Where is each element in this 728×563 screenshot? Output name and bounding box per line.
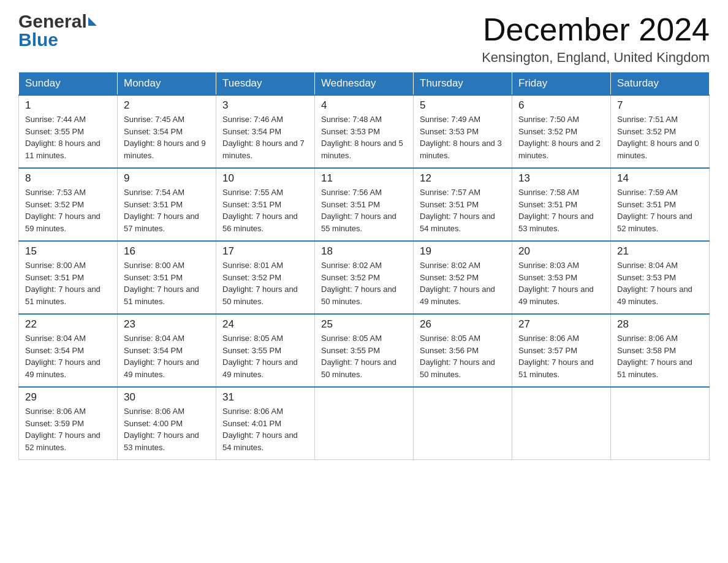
calendar-cell: 14 Sunrise: 7:59 AMSunset: 3:51 PMDaylig… — [611, 168, 710, 241]
calendar-cell: 5 Sunrise: 7:49 AMSunset: 3:53 PMDayligh… — [414, 95, 512, 168]
day-number: 13 — [518, 172, 604, 185]
logo-arrow-icon — [88, 17, 97, 26]
day-info: Sunrise: 7:51 AMSunset: 3:52 PMDaylight:… — [617, 115, 699, 160]
day-info: Sunrise: 8:01 AMSunset: 3:52 PMDaylight:… — [222, 261, 298, 306]
day-info: Sunrise: 8:05 AMSunset: 3:56 PMDaylight:… — [420, 334, 495, 379]
calendar-cell: 19 Sunrise: 8:02 AMSunset: 3:52 PMDaylig… — [414, 241, 512, 314]
day-info: Sunrise: 8:05 AMSunset: 3:55 PMDaylight:… — [321, 334, 396, 379]
calendar-cell: 30 Sunrise: 8:06 AMSunset: 4:00 PMDaylig… — [118, 387, 216, 460]
calendar-week-row: 8 Sunrise: 7:53 AMSunset: 3:52 PMDayligh… — [19, 168, 710, 241]
calendar-cell: 31 Sunrise: 8:06 AMSunset: 4:01 PMDaylig… — [216, 387, 315, 460]
weekday-header-tuesday: Tuesday — [216, 72, 315, 96]
weekday-header-row: SundayMondayTuesdayWednesdayThursdayFrid… — [19, 72, 710, 96]
logo: General Blue — [18, 12, 97, 49]
day-info: Sunrise: 8:02 AMSunset: 3:52 PMDaylight:… — [321, 261, 396, 306]
day-info: Sunrise: 8:03 AMSunset: 3:53 PMDaylight:… — [518, 261, 594, 306]
day-info: Sunrise: 8:02 AMSunset: 3:52 PMDaylight:… — [420, 261, 495, 306]
calendar-cell: 12 Sunrise: 7:57 AMSunset: 3:51 PMDaylig… — [414, 168, 512, 241]
day-info: Sunrise: 7:45 AMSunset: 3:54 PMDaylight:… — [124, 115, 206, 160]
day-info: Sunrise: 7:48 AMSunset: 3:53 PMDaylight:… — [321, 115, 403, 160]
calendar-cell: 20 Sunrise: 8:03 AMSunset: 3:53 PMDaylig… — [512, 241, 611, 314]
calendar-cell: 23 Sunrise: 8:04 AMSunset: 3:54 PMDaylig… — [118, 314, 216, 387]
day-info: Sunrise: 8:04 AMSunset: 3:53 PMDaylight:… — [617, 261, 692, 306]
day-info: Sunrise: 7:58 AMSunset: 3:51 PMDaylight:… — [518, 188, 594, 233]
calendar-week-row: 22 Sunrise: 8:04 AMSunset: 3:54 PMDaylig… — [19, 314, 710, 387]
day-info: Sunrise: 8:06 AMSunset: 3:59 PMDaylight:… — [25, 407, 100, 452]
day-number: 27 — [518, 318, 604, 331]
page-header: General Blue December 2024 Kensington, E… — [18, 12, 710, 66]
calendar-cell — [512, 387, 611, 460]
title-block: December 2024 Kensington, England, Unite… — [482, 12, 710, 66]
day-number: 26 — [420, 318, 506, 331]
day-number: 2 — [124, 99, 210, 112]
day-number: 10 — [222, 172, 308, 185]
weekday-header-friday: Friday — [512, 72, 611, 96]
day-info: Sunrise: 8:06 AMSunset: 3:57 PMDaylight:… — [518, 334, 594, 379]
calendar-cell: 28 Sunrise: 8:06 AMSunset: 3:58 PMDaylig… — [611, 314, 710, 387]
calendar-cell: 25 Sunrise: 8:05 AMSunset: 3:55 PMDaylig… — [315, 314, 414, 387]
day-number: 30 — [124, 391, 210, 404]
day-number: 25 — [321, 318, 407, 331]
weekday-header-monday: Monday — [118, 72, 216, 96]
day-info: Sunrise: 8:06 AMSunset: 4:01 PMDaylight:… — [222, 407, 298, 452]
day-number: 6 — [518, 99, 604, 112]
day-number: 12 — [420, 172, 506, 185]
day-number: 9 — [124, 172, 210, 185]
day-number: 31 — [222, 391, 308, 404]
day-number: 21 — [617, 245, 703, 258]
calendar-cell — [414, 387, 512, 460]
calendar-cell — [611, 387, 710, 460]
day-info: Sunrise: 8:06 AMSunset: 3:58 PMDaylight:… — [617, 334, 692, 379]
calendar-cell: 9 Sunrise: 7:54 AMSunset: 3:51 PMDayligh… — [118, 168, 216, 241]
calendar-week-row: 1 Sunrise: 7:44 AMSunset: 3:55 PMDayligh… — [19, 95, 710, 168]
day-number: 22 — [25, 318, 111, 331]
calendar-cell: 16 Sunrise: 8:00 AMSunset: 3:51 PMDaylig… — [118, 241, 216, 314]
day-number: 4 — [321, 99, 407, 112]
calendar-cell: 29 Sunrise: 8:06 AMSunset: 3:59 PMDaylig… — [19, 387, 118, 460]
day-info: Sunrise: 7:56 AMSunset: 3:51 PMDaylight:… — [321, 188, 396, 233]
day-info: Sunrise: 8:00 AMSunset: 3:51 PMDaylight:… — [124, 261, 199, 306]
day-info: Sunrise: 7:50 AMSunset: 3:52 PMDaylight:… — [518, 115, 601, 160]
day-info: Sunrise: 7:59 AMSunset: 3:51 PMDaylight:… — [617, 188, 692, 233]
calendar-cell: 21 Sunrise: 8:04 AMSunset: 3:53 PMDaylig… — [611, 241, 710, 314]
day-number: 5 — [420, 99, 506, 112]
calendar-week-row: 29 Sunrise: 8:06 AMSunset: 3:59 PMDaylig… — [19, 387, 710, 460]
calendar-cell: 6 Sunrise: 7:50 AMSunset: 3:52 PMDayligh… — [512, 95, 611, 168]
day-info: Sunrise: 7:53 AMSunset: 3:52 PMDaylight:… — [25, 188, 100, 233]
day-number: 18 — [321, 245, 407, 258]
day-info: Sunrise: 7:46 AMSunset: 3:54 PMDaylight:… — [222, 115, 305, 160]
calendar-cell: 3 Sunrise: 7:46 AMSunset: 3:54 PMDayligh… — [216, 95, 315, 168]
calendar-cell — [315, 387, 414, 460]
day-info: Sunrise: 8:04 AMSunset: 3:54 PMDaylight:… — [124, 334, 199, 379]
calendar-cell: 26 Sunrise: 8:05 AMSunset: 3:56 PMDaylig… — [414, 314, 512, 387]
month-title: December 2024 — [482, 12, 710, 47]
weekday-header-saturday: Saturday — [611, 72, 710, 96]
calendar-cell: 8 Sunrise: 7:53 AMSunset: 3:52 PMDayligh… — [19, 168, 118, 241]
calendar-cell: 13 Sunrise: 7:58 AMSunset: 3:51 PMDaylig… — [512, 168, 611, 241]
day-number: 8 — [25, 172, 111, 185]
day-number: 24 — [222, 318, 308, 331]
day-info: Sunrise: 7:49 AMSunset: 3:53 PMDaylight:… — [420, 115, 502, 160]
logo-general-word: General — [18, 12, 87, 31]
day-info: Sunrise: 8:00 AMSunset: 3:51 PMDaylight:… — [25, 261, 100, 306]
calendar-cell: 24 Sunrise: 8:05 AMSunset: 3:55 PMDaylig… — [216, 314, 315, 387]
day-number: 14 — [617, 172, 703, 185]
calendar-cell: 11 Sunrise: 7:56 AMSunset: 3:51 PMDaylig… — [315, 168, 414, 241]
day-number: 20 — [518, 245, 604, 258]
day-number: 28 — [617, 318, 703, 331]
calendar-cell: 17 Sunrise: 8:01 AMSunset: 3:52 PMDaylig… — [216, 241, 315, 314]
weekday-header-sunday: Sunday — [19, 72, 118, 96]
day-info: Sunrise: 8:05 AMSunset: 3:55 PMDaylight:… — [222, 334, 298, 379]
day-info: Sunrise: 8:06 AMSunset: 4:00 PMDaylight:… — [124, 407, 199, 452]
calendar-cell: 4 Sunrise: 7:48 AMSunset: 3:53 PMDayligh… — [315, 95, 414, 168]
calendar-cell: 15 Sunrise: 8:00 AMSunset: 3:51 PMDaylig… — [19, 241, 118, 314]
day-number: 29 — [25, 391, 111, 404]
day-number: 1 — [25, 99, 111, 112]
calendar-week-row: 15 Sunrise: 8:00 AMSunset: 3:51 PMDaylig… — [19, 241, 710, 314]
day-number: 16 — [124, 245, 210, 258]
day-number: 7 — [617, 99, 703, 112]
calendar-cell: 27 Sunrise: 8:06 AMSunset: 3:57 PMDaylig… — [512, 314, 611, 387]
day-info: Sunrise: 8:04 AMSunset: 3:54 PMDaylight:… — [25, 334, 100, 379]
logo-blue-text: Blue — [18, 31, 58, 49]
calendar-cell: 10 Sunrise: 7:55 AMSunset: 3:51 PMDaylig… — [216, 168, 315, 241]
